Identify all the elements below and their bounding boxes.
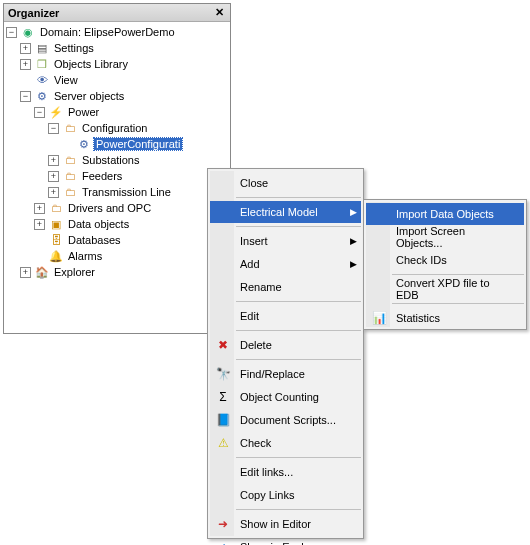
tree-node-powerconfiguration[interactable]: ⚙ PowerConfigurati	[6, 136, 230, 152]
expand-icon[interactable]: +	[48, 171, 59, 182]
selected-node-label: PowerConfigurati	[94, 138, 182, 150]
library-icon: ❒	[34, 56, 50, 72]
tree-node-server-objects[interactable]: − ⚙ Server objects	[6, 88, 230, 104]
tree-node-objects-library[interactable]: + ❒ Objects Library	[6, 56, 230, 72]
drivers-icon: 🗀	[48, 200, 64, 216]
menu-item-show-in-explorer[interactable]: ➜ Show in Explorer	[210, 536, 361, 545]
tree-node-feeders[interactable]: + 🗀 Feeders	[6, 168, 230, 184]
substations-icon: 🗀	[62, 152, 78, 168]
menu-item-add[interactable]: Add ▶	[210, 253, 361, 275]
tree-node-domain[interactable]: − ◉ Domain: ElipsePowerDemo	[6, 24, 230, 40]
menu-item-rename[interactable]: Rename	[210, 276, 361, 298]
transmission-icon: 🗀	[62, 184, 78, 200]
menu-item-document-scripts[interactable]: 📘 Document Scripts...	[210, 409, 361, 431]
view-icon: 👁	[34, 72, 50, 88]
menu-separator	[236, 509, 361, 510]
menu-separator	[236, 457, 361, 458]
expand-icon[interactable]: +	[34, 219, 45, 230]
tree-node-substations[interactable]: + 🗀 Substations	[6, 152, 230, 168]
menu-separator	[236, 226, 361, 227]
tree-node-explorer[interactable]: + 🏠 Explorer	[6, 264, 230, 280]
tree-node-data-objects[interactable]: + ▣ Data objects	[6, 216, 230, 232]
tree-node-settings[interactable]: + ▤ Settings	[6, 40, 230, 56]
power-icon: ⚡	[48, 104, 64, 120]
submenu-arrow-icon: ▶	[350, 236, 357, 246]
menu-separator	[392, 274, 524, 275]
submenu-item-statistics[interactable]: 📊 Statistics	[366, 307, 524, 329]
collapse-icon[interactable]: −	[20, 91, 31, 102]
server-icon: ⚙	[34, 88, 50, 104]
menu-item-copy-links[interactable]: Copy Links	[210, 484, 361, 506]
menu-item-check[interactable]: ⚠ Check	[210, 432, 361, 454]
count-icon: Σ	[214, 388, 232, 406]
expand-icon[interactable]: +	[34, 203, 45, 214]
dataobjects-icon: ▣	[48, 216, 64, 232]
collapse-icon[interactable]: −	[48, 123, 59, 134]
feeders-icon: 🗀	[62, 168, 78, 184]
expand-icon[interactable]: +	[48, 187, 59, 198]
show-explorer-icon: ➜	[214, 538, 232, 545]
submenu-item-check-ids[interactable]: Check IDs	[366, 249, 524, 271]
menu-item-edit-links[interactable]: Edit links...	[210, 461, 361, 483]
submenu-item-import-data-objects[interactable]: Import Data Objects	[366, 203, 524, 225]
menu-item-find-replace[interactable]: 🔭 Find/Replace	[210, 363, 361, 385]
submenu-item-convert-xpd[interactable]: Convert XPD file to EDB	[366, 278, 524, 300]
delete-icon: ✖	[214, 336, 232, 354]
tree-node-databases[interactable]: 🗄 Databases	[6, 232, 230, 248]
tree-node-power[interactable]: − ⚡ Power	[6, 104, 230, 120]
panel-close-button[interactable]: ✕	[212, 6, 226, 20]
binoculars-icon: 🔭	[214, 365, 232, 383]
menu-separator	[236, 197, 361, 198]
collapse-icon[interactable]: −	[6, 27, 17, 38]
expand-icon[interactable]: +	[20, 43, 31, 54]
menu-item-object-counting[interactable]: Σ Object Counting	[210, 386, 361, 408]
config-icon: 🗀	[62, 120, 78, 136]
scripts-icon: 📘	[214, 411, 232, 429]
settings-icon: ▤	[34, 40, 50, 56]
menu-item-edit[interactable]: Edit	[210, 305, 361, 327]
organizer-panel: Organizer ✕ − ◉ Domain: ElipsePowerDemo …	[3, 3, 231, 334]
tree-node-transmission-line[interactable]: + 🗀 Transmission Line	[6, 184, 230, 200]
tree-node-configuration[interactable]: − 🗀 Configuration	[6, 120, 230, 136]
electrical-model-submenu: Import Data Objects Import Screen Object…	[363, 199, 527, 330]
menu-separator	[236, 301, 361, 302]
powerconfig-icon: ⚙	[76, 136, 92, 152]
expand-icon[interactable]: +	[20, 267, 31, 278]
menu-separator	[392, 303, 524, 304]
explorer-icon: 🏠	[34, 264, 50, 280]
menu-item-insert[interactable]: Insert ▶	[210, 230, 361, 252]
menu-item-delete[interactable]: ✖ Delete	[210, 334, 361, 356]
menu-item-electrical-model[interactable]: Electrical Model ▶	[210, 201, 361, 223]
submenu-arrow-icon: ▶	[350, 259, 357, 269]
context-menu: Close Electrical Model ▶ Insert ▶ Add ▶ …	[207, 168, 364, 539]
statistics-icon: 📊	[370, 309, 388, 327]
submenu-arrow-icon: ▶	[350, 207, 357, 217]
organizer-title: Organizer	[8, 7, 212, 19]
expand-icon[interactable]: +	[20, 59, 31, 70]
collapse-icon[interactable]: −	[34, 107, 45, 118]
menu-item-close[interactable]: Close	[210, 172, 361, 194]
menu-separator	[236, 359, 361, 360]
organizer-tree: − ◉ Domain: ElipsePowerDemo + ▤ Settings…	[4, 22, 230, 280]
alarms-icon: 🔔	[48, 248, 64, 264]
tree-node-view[interactable]: 👁 View	[6, 72, 230, 88]
menu-item-show-in-editor[interactable]: ➜ Show in Editor	[210, 513, 361, 535]
tree-node-drivers-opc[interactable]: + 🗀 Drivers and OPC	[6, 200, 230, 216]
tree-node-alarms[interactable]: 🔔 Alarms	[6, 248, 230, 264]
show-editor-icon: ➜	[214, 515, 232, 533]
check-icon: ⚠	[214, 434, 232, 452]
expand-icon[interactable]: +	[48, 155, 59, 166]
menu-separator	[236, 330, 361, 331]
globe-icon: ◉	[20, 24, 36, 40]
organizer-header: Organizer ✕	[4, 4, 230, 22]
database-icon: 🗄	[48, 232, 64, 248]
submenu-item-import-screen-objects[interactable]: Import Screen Objects...	[366, 226, 524, 248]
